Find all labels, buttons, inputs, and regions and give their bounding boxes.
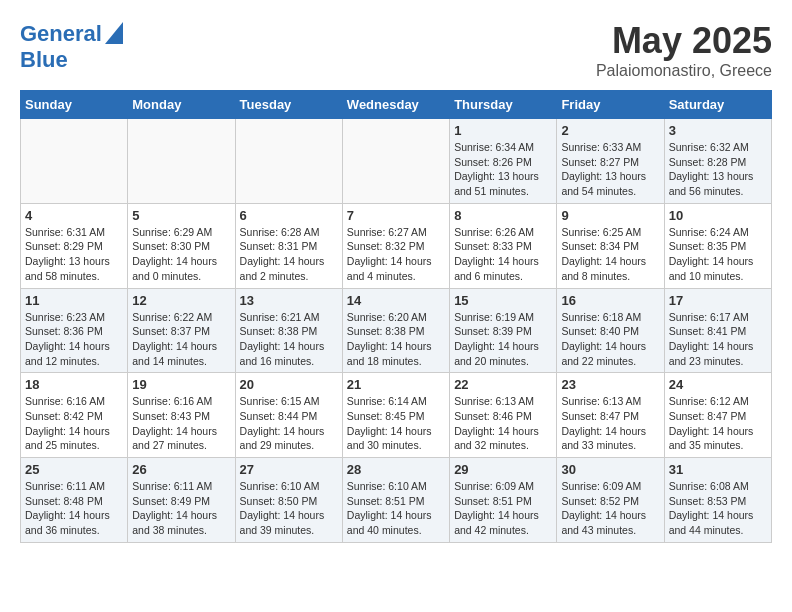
day-number: 18 bbox=[25, 377, 123, 392]
day-detail: Sunrise: 6:26 AM Sunset: 8:33 PM Dayligh… bbox=[454, 225, 552, 284]
day-detail: Sunrise: 6:08 AM Sunset: 8:53 PM Dayligh… bbox=[669, 479, 767, 538]
day-detail: Sunrise: 6:09 AM Sunset: 8:51 PM Dayligh… bbox=[454, 479, 552, 538]
day-detail: Sunrise: 6:32 AM Sunset: 8:28 PM Dayligh… bbox=[669, 140, 767, 199]
calendar-cell: 6Sunrise: 6:28 AM Sunset: 8:31 PM Daylig… bbox=[235, 203, 342, 288]
day-number: 14 bbox=[347, 293, 445, 308]
week-row-3: 11Sunrise: 6:23 AM Sunset: 8:36 PM Dayli… bbox=[21, 288, 772, 373]
day-detail: Sunrise: 6:34 AM Sunset: 8:26 PM Dayligh… bbox=[454, 140, 552, 199]
calendar-cell: 10Sunrise: 6:24 AM Sunset: 8:35 PM Dayli… bbox=[664, 203, 771, 288]
calendar-cell: 21Sunrise: 6:14 AM Sunset: 8:45 PM Dayli… bbox=[342, 373, 449, 458]
day-detail: Sunrise: 6:29 AM Sunset: 8:30 PM Dayligh… bbox=[132, 225, 230, 284]
calendar-cell bbox=[235, 119, 342, 204]
day-number: 12 bbox=[132, 293, 230, 308]
title-area: May 2025 Palaiomonastiro, Greece bbox=[596, 20, 772, 80]
calendar-cell: 1Sunrise: 6:34 AM Sunset: 8:26 PM Daylig… bbox=[450, 119, 557, 204]
day-number: 11 bbox=[25, 293, 123, 308]
day-detail: Sunrise: 6:31 AM Sunset: 8:29 PM Dayligh… bbox=[25, 225, 123, 284]
week-row-2: 4Sunrise: 6:31 AM Sunset: 8:29 PM Daylig… bbox=[21, 203, 772, 288]
day-number: 4 bbox=[25, 208, 123, 223]
calendar-cell: 24Sunrise: 6:12 AM Sunset: 8:47 PM Dayli… bbox=[664, 373, 771, 458]
weekday-header-saturday: Saturday bbox=[664, 91, 771, 119]
day-detail: Sunrise: 6:14 AM Sunset: 8:45 PM Dayligh… bbox=[347, 394, 445, 453]
day-detail: Sunrise: 6:23 AM Sunset: 8:36 PM Dayligh… bbox=[25, 310, 123, 369]
calendar-cell: 31Sunrise: 6:08 AM Sunset: 8:53 PM Dayli… bbox=[664, 458, 771, 543]
day-detail: Sunrise: 6:13 AM Sunset: 8:46 PM Dayligh… bbox=[454, 394, 552, 453]
day-detail: Sunrise: 6:33 AM Sunset: 8:27 PM Dayligh… bbox=[561, 140, 659, 199]
calendar-cell: 8Sunrise: 6:26 AM Sunset: 8:33 PM Daylig… bbox=[450, 203, 557, 288]
weekday-header-thursday: Thursday bbox=[450, 91, 557, 119]
day-number: 1 bbox=[454, 123, 552, 138]
calendar-cell: 14Sunrise: 6:20 AM Sunset: 8:38 PM Dayli… bbox=[342, 288, 449, 373]
day-number: 25 bbox=[25, 462, 123, 477]
day-number: 2 bbox=[561, 123, 659, 138]
day-number: 17 bbox=[669, 293, 767, 308]
day-number: 10 bbox=[669, 208, 767, 223]
weekday-header-monday: Monday bbox=[128, 91, 235, 119]
day-number: 15 bbox=[454, 293, 552, 308]
day-number: 13 bbox=[240, 293, 338, 308]
day-number: 8 bbox=[454, 208, 552, 223]
day-detail: Sunrise: 6:24 AM Sunset: 8:35 PM Dayligh… bbox=[669, 225, 767, 284]
day-detail: Sunrise: 6:13 AM Sunset: 8:47 PM Dayligh… bbox=[561, 394, 659, 453]
day-detail: Sunrise: 6:11 AM Sunset: 8:49 PM Dayligh… bbox=[132, 479, 230, 538]
calendar-cell: 16Sunrise: 6:18 AM Sunset: 8:40 PM Dayli… bbox=[557, 288, 664, 373]
calendar-cell: 13Sunrise: 6:21 AM Sunset: 8:38 PM Dayli… bbox=[235, 288, 342, 373]
calendar-cell: 18Sunrise: 6:16 AM Sunset: 8:42 PM Dayli… bbox=[21, 373, 128, 458]
day-detail: Sunrise: 6:10 AM Sunset: 8:51 PM Dayligh… bbox=[347, 479, 445, 538]
weekday-header-row: SundayMondayTuesdayWednesdayThursdayFrid… bbox=[21, 91, 772, 119]
svg-marker-0 bbox=[105, 22, 123, 44]
day-number: 3 bbox=[669, 123, 767, 138]
calendar-cell: 20Sunrise: 6:15 AM Sunset: 8:44 PM Dayli… bbox=[235, 373, 342, 458]
day-number: 22 bbox=[454, 377, 552, 392]
day-number: 16 bbox=[561, 293, 659, 308]
day-number: 28 bbox=[347, 462, 445, 477]
day-detail: Sunrise: 6:28 AM Sunset: 8:31 PM Dayligh… bbox=[240, 225, 338, 284]
page-header: General Blue May 2025 Palaiomonastiro, G… bbox=[20, 20, 772, 80]
calendar-cell: 22Sunrise: 6:13 AM Sunset: 8:46 PM Dayli… bbox=[450, 373, 557, 458]
weekday-header-sunday: Sunday bbox=[21, 91, 128, 119]
day-detail: Sunrise: 6:21 AM Sunset: 8:38 PM Dayligh… bbox=[240, 310, 338, 369]
day-number: 9 bbox=[561, 208, 659, 223]
calendar-cell: 30Sunrise: 6:09 AM Sunset: 8:52 PM Dayli… bbox=[557, 458, 664, 543]
calendar-cell: 25Sunrise: 6:11 AM Sunset: 8:48 PM Dayli… bbox=[21, 458, 128, 543]
day-detail: Sunrise: 6:16 AM Sunset: 8:42 PM Dayligh… bbox=[25, 394, 123, 453]
calendar-title: May 2025 bbox=[596, 20, 772, 62]
day-detail: Sunrise: 6:20 AM Sunset: 8:38 PM Dayligh… bbox=[347, 310, 445, 369]
calendar-cell: 3Sunrise: 6:32 AM Sunset: 8:28 PM Daylig… bbox=[664, 119, 771, 204]
calendar-cell: 7Sunrise: 6:27 AM Sunset: 8:32 PM Daylig… bbox=[342, 203, 449, 288]
day-number: 24 bbox=[669, 377, 767, 392]
day-number: 19 bbox=[132, 377, 230, 392]
calendar-cell bbox=[342, 119, 449, 204]
logo-text-general: General bbox=[20, 22, 102, 46]
day-number: 31 bbox=[669, 462, 767, 477]
day-detail: Sunrise: 6:27 AM Sunset: 8:32 PM Dayligh… bbox=[347, 225, 445, 284]
logo-text-blue: Blue bbox=[20, 48, 68, 72]
day-detail: Sunrise: 6:25 AM Sunset: 8:34 PM Dayligh… bbox=[561, 225, 659, 284]
calendar-cell bbox=[128, 119, 235, 204]
calendar-cell: 29Sunrise: 6:09 AM Sunset: 8:51 PM Dayli… bbox=[450, 458, 557, 543]
day-number: 23 bbox=[561, 377, 659, 392]
calendar-cell: 11Sunrise: 6:23 AM Sunset: 8:36 PM Dayli… bbox=[21, 288, 128, 373]
calendar-cell: 17Sunrise: 6:17 AM Sunset: 8:41 PM Dayli… bbox=[664, 288, 771, 373]
day-detail: Sunrise: 6:18 AM Sunset: 8:40 PM Dayligh… bbox=[561, 310, 659, 369]
calendar-cell: 5Sunrise: 6:29 AM Sunset: 8:30 PM Daylig… bbox=[128, 203, 235, 288]
day-detail: Sunrise: 6:22 AM Sunset: 8:37 PM Dayligh… bbox=[132, 310, 230, 369]
day-number: 26 bbox=[132, 462, 230, 477]
day-number: 30 bbox=[561, 462, 659, 477]
day-number: 6 bbox=[240, 208, 338, 223]
logo-bird-icon bbox=[105, 22, 123, 44]
weekday-header-tuesday: Tuesday bbox=[235, 91, 342, 119]
day-detail: Sunrise: 6:19 AM Sunset: 8:39 PM Dayligh… bbox=[454, 310, 552, 369]
calendar-cell: 12Sunrise: 6:22 AM Sunset: 8:37 PM Dayli… bbox=[128, 288, 235, 373]
week-row-5: 25Sunrise: 6:11 AM Sunset: 8:48 PM Dayli… bbox=[21, 458, 772, 543]
calendar-cell: 26Sunrise: 6:11 AM Sunset: 8:49 PM Dayli… bbox=[128, 458, 235, 543]
day-detail: Sunrise: 6:11 AM Sunset: 8:48 PM Dayligh… bbox=[25, 479, 123, 538]
calendar-cell: 4Sunrise: 6:31 AM Sunset: 8:29 PM Daylig… bbox=[21, 203, 128, 288]
logo: General Blue bbox=[20, 20, 123, 72]
day-number: 21 bbox=[347, 377, 445, 392]
week-row-4: 18Sunrise: 6:16 AM Sunset: 8:42 PM Dayli… bbox=[21, 373, 772, 458]
day-detail: Sunrise: 6:15 AM Sunset: 8:44 PM Dayligh… bbox=[240, 394, 338, 453]
day-number: 29 bbox=[454, 462, 552, 477]
calendar-cell: 19Sunrise: 6:16 AM Sunset: 8:43 PM Dayli… bbox=[128, 373, 235, 458]
day-detail: Sunrise: 6:09 AM Sunset: 8:52 PM Dayligh… bbox=[561, 479, 659, 538]
